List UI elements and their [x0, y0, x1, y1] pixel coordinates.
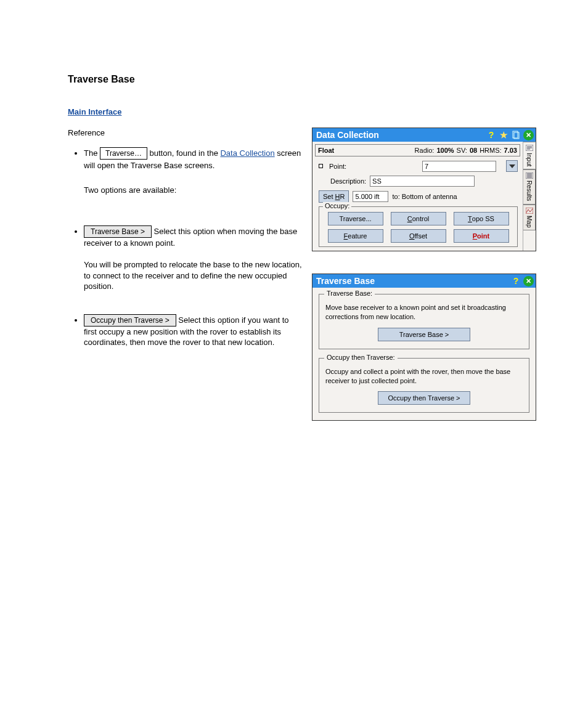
- status-sv-label: SV:: [457, 147, 467, 154]
- control-button[interactable]: Control: [391, 212, 446, 225]
- two-options-label: Two options are available:: [68, 185, 302, 196]
- status-radio-label: Radio:: [415, 147, 435, 154]
- traverse-inline-button: Traverse…: [100, 147, 147, 160]
- favorite-icon[interactable]: ★: [498, 129, 509, 140]
- traverse-base-go-button[interactable]: Traverse Base >: [378, 328, 470, 341]
- page-title: Traverse Base: [68, 74, 539, 85]
- dc-titlebar: Data Collection ? ★ ✕: [312, 128, 536, 142]
- side-tabs: Input Results Map: [523, 142, 536, 251]
- dc-title-text: Data Collection: [316, 130, 379, 140]
- tab-input[interactable]: Input: [523, 142, 536, 169]
- traverse-base-fieldset: Traverse Base: Move base receiver to a k…: [319, 294, 529, 349]
- point-bullet-icon: [319, 164, 323, 168]
- tab-map[interactable]: Map: [523, 205, 536, 230]
- occupy-then-traverse-go-button[interactable]: Occupy then Traverse >: [378, 391, 470, 405]
- point-label: Point:: [329, 163, 346, 170]
- status-bar: Float Radio: 100% SV: 08 HRMS: 7.03: [315, 144, 520, 156]
- status-radio: 100%: [436, 147, 454, 154]
- clipboard-icon[interactable]: [510, 129, 521, 140]
- offset-button[interactable]: Offset: [391, 229, 446, 243]
- instructions-column: Reference The Traverse… button, found in…: [68, 128, 302, 421]
- hr-to-label: to: Bottom of antenna: [392, 193, 457, 200]
- intro-line: The Traverse… button, found in the Data …: [84, 147, 302, 173]
- input-tab-icon: [526, 145, 533, 151]
- occupy-group: Occupy: Traverse... Control Topo SS Feat…: [319, 206, 518, 247]
- feature-button[interactable]: Feature: [328, 229, 383, 243]
- traverse-base-window: Traverse Base ? ✕ Traverse Base: Move ba…: [312, 274, 536, 421]
- close-icon[interactable]: ✕: [523, 130, 534, 140]
- section-heading: Main Interface: [68, 107, 539, 116]
- point-button[interactable]: Point: [454, 229, 509, 243]
- option-2: Occupy then Traverse > Select this optio…: [84, 314, 302, 348]
- data-collection-window: Data Collection ? ★ ✕ Float Radio: 100% …: [312, 128, 536, 251]
- traverse-button[interactable]: Traverse...: [328, 212, 383, 225]
- occupy-then-traverse-fieldset: Occupy then Traverse: Occupy and collect…: [319, 358, 529, 413]
- option-2-button-label: Occupy then Traverse >: [84, 314, 176, 327]
- data-collection-link[interactable]: Data Collection: [220, 148, 274, 158]
- tab-results[interactable]: Results: [523, 169, 536, 204]
- point-dropdown-button[interactable]: [506, 160, 518, 172]
- map-tab-icon: [526, 208, 533, 214]
- occupy-legend: Occupy:: [323, 202, 351, 209]
- tb-titlebar: Traverse Base ? ✕: [312, 274, 536, 288]
- description-label: Description:: [330, 177, 366, 185]
- traverse-base-legend: Traverse Base:: [324, 290, 375, 297]
- set-hr-button[interactable]: Set HR: [319, 190, 349, 203]
- close-icon[interactable]: ✕: [523, 276, 534, 286]
- status-mode: Float: [318, 147, 334, 154]
- help-icon[interactable]: ?: [510, 275, 521, 286]
- occupy-then-traverse-desc: Occupy and collect a point with the rove…: [325, 367, 523, 386]
- tb-title-text: Traverse Base: [316, 276, 375, 286]
- option-1: Traverse Base > Select this option when …: [84, 225, 302, 292]
- status-hrms: 7.03: [504, 147, 517, 154]
- point-input[interactable]: [422, 161, 496, 172]
- help-icon[interactable]: ?: [486, 129, 497, 140]
- occupy-then-traverse-legend: Occupy then Traverse:: [324, 354, 398, 361]
- option-1-button-label: Traverse Base >: [84, 225, 152, 238]
- status-sv: 08: [470, 147, 477, 154]
- hr-value-input[interactable]: [353, 191, 388, 202]
- topo-ss-button[interactable]: Topo SS: [454, 212, 509, 225]
- svg-marker-2: [509, 164, 515, 168]
- description-input[interactable]: [370, 176, 475, 187]
- traverse-base-desc: Move base receiver to a known point and …: [325, 303, 523, 322]
- chevron-down-icon: [509, 164, 515, 168]
- status-hrms-label: HRMS:: [480, 147, 501, 154]
- results-tab-icon: [526, 172, 533, 179]
- reference-label: Reference: [68, 128, 302, 139]
